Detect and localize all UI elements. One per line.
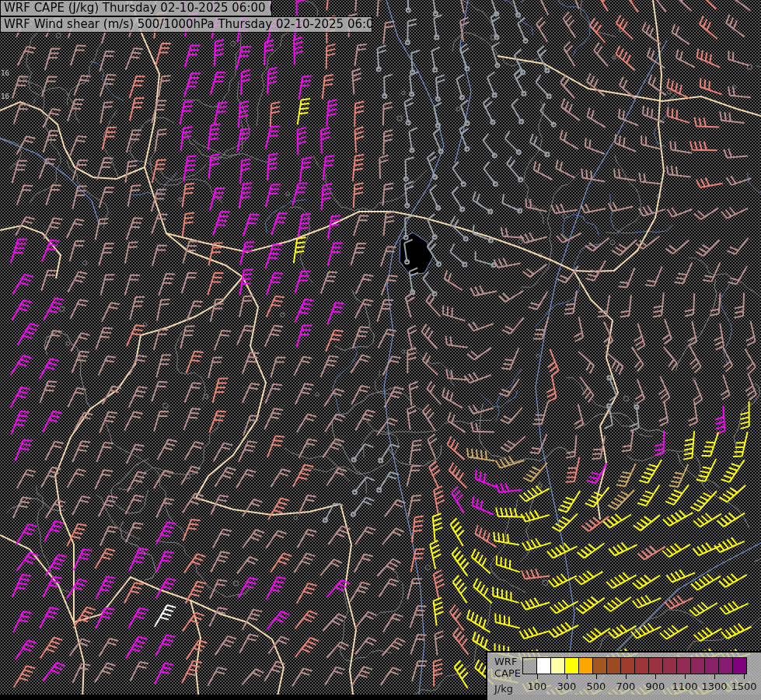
legend-label-wrf: WRF xyxy=(494,656,517,667)
legend-tick-mark xyxy=(655,674,656,679)
legend-tick-mark xyxy=(596,674,597,679)
legend-label-unit: J/kg xyxy=(494,684,513,694)
legend-cell xyxy=(550,657,565,674)
legend-cell xyxy=(648,657,663,674)
legend-cell xyxy=(592,657,607,674)
legend-cell xyxy=(732,657,747,674)
legend-cell xyxy=(536,657,551,674)
map-canvas xyxy=(0,0,761,700)
legend-cell xyxy=(564,657,579,674)
legend-tick-mark xyxy=(685,674,686,679)
legend-cell xyxy=(662,657,677,674)
legend-tick-mark xyxy=(567,674,567,679)
legend-cell xyxy=(704,657,719,674)
legend-cell xyxy=(578,657,593,674)
legend-tick-mark xyxy=(537,674,538,679)
title-cape-text: WRF CAPE (J/kg) Thursday 02-10-2025 06:0… xyxy=(4,1,272,15)
title-shear-text: WRF Wind shear (m/s) 500/1000hPa Thursda… xyxy=(4,17,372,31)
legend-cell xyxy=(606,657,621,674)
legend-tick-mark xyxy=(744,674,745,679)
title-bar-cape: WRF CAPE (J/kg) Thursday 02-10-2025 06:0… xyxy=(0,0,272,16)
legend-cell xyxy=(522,657,537,674)
legend-label-cape: CAPE xyxy=(494,668,521,678)
legend-cell xyxy=(718,657,733,674)
cape-legend-panel: WRF CAPE J/kg 10030050070090011001300150… xyxy=(486,651,761,700)
legend-tick-mark xyxy=(714,674,715,679)
legend-tick-mark xyxy=(626,674,627,679)
weather-map-stage: WRF CAPE (J/kg) Thursday 02-10-2025 06:0… xyxy=(0,0,761,700)
legend-cell xyxy=(620,657,635,674)
legend-cell xyxy=(634,657,649,674)
legend-colorbar xyxy=(522,657,747,674)
legend-cell xyxy=(676,657,691,674)
title-bar-wind-shear: WRF Wind shear (m/s) 500/1000hPa Thursda… xyxy=(0,16,372,33)
legend-cell xyxy=(690,657,705,674)
legend-tick-label: 1500 xyxy=(727,681,761,692)
